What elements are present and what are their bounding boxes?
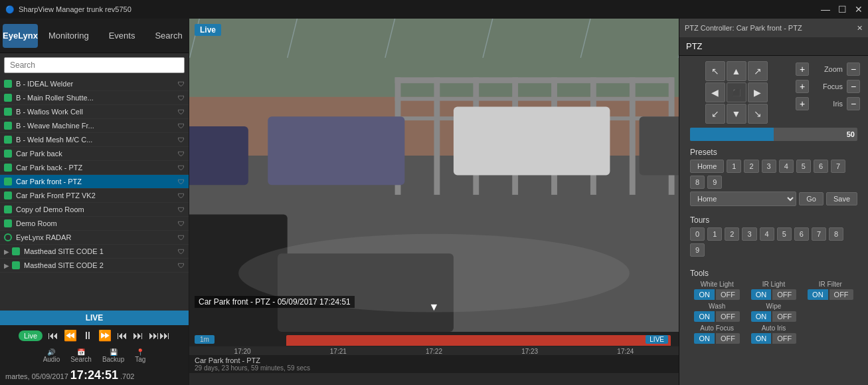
preset-4-button[interactable]: 4 <box>779 160 794 173</box>
timeline-bar[interactable] <box>286 335 671 346</box>
camera-list-item[interactable]: ▶ Masthead SITE CODE 2 🛡 <box>0 259 189 273</box>
svg-rect-12 <box>395 77 673 83</box>
ptz-upleft-button[interactable]: ↖ <box>705 61 725 81</box>
preset-home-button[interactable]: Home <box>690 160 724 173</box>
tag-tool[interactable]: 📍 Tag <box>135 348 145 363</box>
tour-2-button[interactable]: 2 <box>725 227 739 241</box>
play-pause-button[interactable]: ⏸ <box>82 330 93 342</box>
tour-6-button[interactable]: 6 <box>794 227 809 241</box>
preset-6-button[interactable]: 6 <box>814 160 828 173</box>
camera-list-item[interactable]: Car Park front - PTZ 🛡 <box>0 175 189 189</box>
auto-focus-on-button[interactable]: ON <box>694 333 715 344</box>
auto-iris-on-button[interactable]: ON <box>751 333 772 344</box>
skip-back-button[interactable]: ⏮ <box>48 330 58 342</box>
camera-list-item[interactable]: B - Weave Machine Fr... 🛡 <box>0 119 189 133</box>
camera-list-item[interactable]: B - IDEAL Welder 🛡 <box>0 77 189 91</box>
iris-in-button[interactable]: + <box>796 97 809 110</box>
tour-9-button[interactable]: 9 <box>690 243 705 257</box>
white-light-off-button[interactable]: OFF <box>716 289 740 300</box>
wash-off-button[interactable]: OFF <box>716 311 740 322</box>
ptz-close-icon[interactable]: ✕ <box>857 24 863 33</box>
focus-out-button[interactable]: − <box>847 80 860 93</box>
logo[interactable]: EyeLynx <box>3 24 38 48</box>
camera-list-item[interactable]: ▶ Masthead SITE CODE 1 🛡 <box>0 245 189 259</box>
tour-7-button[interactable]: 7 <box>812 227 826 241</box>
ptz-upright-button[interactable]: ↗ <box>748 61 768 81</box>
ptz-stop-button[interactable]: ⬛ <box>727 82 746 102</box>
auto-iris-off-button[interactable]: OFF <box>772 333 796 344</box>
camera-list-item[interactable]: Copy of Demo Room 🛡 <box>0 203 189 217</box>
audio-tool[interactable]: 🔊 Audio <box>43 348 60 363</box>
camera-list-item[interactable]: EyeLynx RADAR 🛡 <box>0 231 189 245</box>
preset-3-button[interactable]: 3 <box>762 160 776 173</box>
tour-3-button[interactable]: 3 <box>742 227 756 241</box>
prev-frame-button[interactable]: ⏮ <box>117 330 128 342</box>
camera-list-item[interactable]: B - Weld Mesh M/C C... 🛡 <box>0 133 189 147</box>
iris-fill <box>690 128 774 141</box>
ir-filter-on-button[interactable]: ON <box>808 289 828 300</box>
skip-to-end-button[interactable]: ⏭⏭ <box>149 330 170 342</box>
preset-dropdown[interactable]: Home 1 <box>690 192 796 206</box>
ptz-down-button[interactable]: ▼ <box>727 104 746 124</box>
ptz-up-button[interactable]: ▲ <box>727 61 746 81</box>
preset-9-button[interactable]: 9 <box>707 176 722 189</box>
fast-forward-button[interactable]: ⏩ <box>98 329 112 342</box>
wash-on-button[interactable]: ON <box>694 311 715 322</box>
iris-out-button[interactable]: − <box>847 97 860 110</box>
preset-1-button[interactable]: 1 <box>727 160 741 173</box>
preset-go-button[interactable]: Go <box>799 192 824 205</box>
cam-name: Car Park front - PTZ <box>16 178 178 186</box>
focus-in-button[interactable]: + <box>796 80 809 93</box>
preset-7-button[interactable]: 7 <box>831 160 845 173</box>
zoom-out-button[interactable]: − <box>847 63 860 76</box>
cam-status-dot <box>12 247 20 255</box>
audio-icon: 🔊 <box>47 348 55 356</box>
camera-list-item[interactable]: B - Main Roller Shutte... 🛡 <box>0 91 189 105</box>
tour-5-button[interactable]: 5 <box>777 227 792 241</box>
camera-search-input[interactable] <box>4 57 185 73</box>
ir-light-on-button[interactable]: ON <box>751 289 772 300</box>
ptz-left-button[interactable]: ◀ <box>705 82 725 102</box>
ir-light-off-button[interactable]: OFF <box>772 289 796 300</box>
next-frame-button[interactable]: ⏭ <box>133 330 143 342</box>
tour-1-button[interactable]: 1 <box>707 227 722 241</box>
camera-list-item[interactable]: Car Park back - PTZ 🛡 <box>0 161 189 175</box>
white-light-on-button[interactable]: ON <box>694 289 715 300</box>
close-button[interactable]: ✕ <box>855 4 863 15</box>
maximize-button[interactable]: ☐ <box>838 4 847 15</box>
preset-5-button[interactable]: 5 <box>796 160 811 173</box>
cam-shield-icon: 🛡 <box>178 262 185 269</box>
cam-status-dot <box>4 178 12 186</box>
timeline-zoom[interactable]: 1m <box>195 335 215 344</box>
tour-4-button[interactable]: 4 <box>760 227 774 241</box>
nav-search[interactable]: Search <box>145 27 191 45</box>
wipe-on-button[interactable]: ON <box>751 311 772 322</box>
nav-monitoring[interactable]: Monitoring <box>39 27 98 45</box>
live-badge[interactable]: Live <box>19 330 43 341</box>
search-tool[interactable]: 📅 Search <box>70 348 92 363</box>
camera-list-item[interactable]: B - Wafios Work Cell 🛡 <box>0 105 189 119</box>
cam-icons: 🛡 <box>178 206 185 213</box>
preset-2-button[interactable]: 2 <box>744 160 758 173</box>
ptz-downleft-button[interactable]: ↙ <box>705 104 725 124</box>
preset-save-button[interactable]: Save <box>826 192 857 205</box>
ir-filter-off-button[interactable]: OFF <box>829 289 853 300</box>
camera-list-item[interactable]: Demo Room 🛡 <box>0 217 189 231</box>
auto-focus-off-button[interactable]: OFF <box>716 333 740 344</box>
tour-8-button[interactable]: 8 <box>829 227 843 241</box>
minimize-button[interactable]: — <box>821 4 830 15</box>
tag-icon: 📍 <box>136 348 144 356</box>
ptz-downright-button[interactable]: ↘ <box>748 104 768 124</box>
wipe-off-button[interactable]: OFF <box>772 311 796 322</box>
expand-icon: ▶ <box>4 248 9 255</box>
backup-tool[interactable]: 💾 Backup <box>102 348 124 363</box>
zoom-in-button[interactable]: + <box>796 63 809 76</box>
camera-list-item[interactable]: Car Park back 🛡 <box>0 147 189 161</box>
nav-events[interactable]: Events <box>100 27 145 45</box>
preset-8-button[interactable]: 8 <box>690 176 705 189</box>
rewind-button[interactable]: ⏪ <box>64 329 77 342</box>
camera-list-item[interactable]: Car Park Front PTZ VK2 🛡 <box>0 189 189 203</box>
iris-track[interactable]: 50 <box>690 128 857 141</box>
ptz-right-button[interactable]: ▶ <box>748 82 768 102</box>
tour-0-button[interactable]: 0 <box>690 227 705 241</box>
